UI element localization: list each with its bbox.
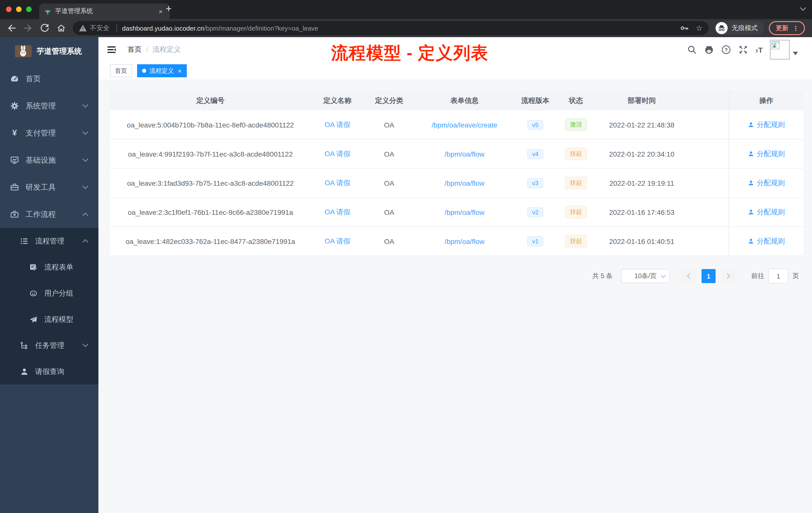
back-icon[interactable] xyxy=(6,23,17,33)
sidebar-item-infra[interactable]: 基础设施 xyxy=(0,147,98,174)
form-link[interactable]: /bpm/oa/flow xyxy=(445,208,485,216)
avatar-caret-icon[interactable] xyxy=(793,52,798,55)
definition-category: OA xyxy=(364,198,414,227)
list-icon xyxy=(20,237,29,245)
current-page-button[interactable]: 1 xyxy=(701,269,716,283)
sidebar-item-leave-query[interactable]: 请假查询 xyxy=(0,358,98,385)
sidebar-item-label: 首页 xyxy=(26,74,41,84)
window-close-button[interactable] xyxy=(6,6,11,12)
assign-rule-label: 分配规则 xyxy=(757,237,785,246)
sidebar-item-dev-tools[interactable]: 研发工具 xyxy=(0,174,98,201)
browser-menu-icon[interactable]: ⋮ xyxy=(792,24,799,32)
breadcrumb-home[interactable]: 首页 xyxy=(127,45,142,54)
goto-page-input[interactable] xyxy=(768,269,788,283)
assign-rule-button[interactable]: 分配规则 xyxy=(748,120,785,129)
forward-icon[interactable] xyxy=(23,23,33,33)
tag-process-definition[interactable]: 流程定义 × xyxy=(137,64,186,77)
page-size-select[interactable]: 10条/页 xyxy=(621,269,670,283)
sidebar-item-user-group[interactable]: 用户分组 xyxy=(0,280,98,306)
status-badge: 激活 xyxy=(565,118,587,131)
definition-category: OA xyxy=(364,227,414,255)
total-count: 共 5 条 xyxy=(592,272,613,280)
app-window: 芋道管理系统 首页 系统管理 ¥ 支付管理 xyxy=(0,37,812,513)
assign-rule-button[interactable]: 分配规则 xyxy=(748,149,785,158)
reload-icon[interactable] xyxy=(40,23,50,33)
definition-category: OA xyxy=(364,169,414,197)
sidebar-collapse-icon[interactable] xyxy=(107,45,116,55)
table-row: oa_leave:1:482ec033-762a-11ec-8477-a2380… xyxy=(110,227,804,256)
sidebar-item-task-mgmt[interactable]: 任务管理 xyxy=(0,332,98,358)
column-header: 表单信息 xyxy=(414,91,515,111)
assign-rule-button[interactable]: 分配规则 xyxy=(748,237,785,246)
deploy-time: 2022-01-22 19:19:11 xyxy=(596,169,688,197)
assign-rule-button[interactable]: 分配规则 xyxy=(748,178,785,187)
next-page-button[interactable] xyxy=(722,269,736,283)
tab-search-caret-icon[interactable] xyxy=(800,7,806,11)
incognito-badge: 无痕模式 xyxy=(715,21,764,35)
url-bar[interactable]: 不安全 dashboard.yudao.iocoder.cn/bpm/manag… xyxy=(73,21,708,35)
status-badge: 挂起 xyxy=(565,235,587,247)
form-link[interactable]: /bpm/oa/leave/create xyxy=(432,121,497,129)
sidebar-item-home[interactable]: 首页 xyxy=(0,65,98,92)
font-size-icon[interactable]: тT xyxy=(755,46,763,54)
assign-rule-label: 分配规则 xyxy=(757,178,785,187)
version-badge: v5 xyxy=(527,120,543,130)
window-minimize-button[interactable] xyxy=(16,6,22,12)
definition-name-link[interactable]: OA 请假 xyxy=(325,237,350,246)
bookmark-star-icon[interactable]: ☆ xyxy=(696,24,702,33)
column-header: 定义编号 xyxy=(110,91,311,111)
page-size-value: 10条/页 xyxy=(635,272,657,280)
tag-label: 流程定义 xyxy=(150,66,174,75)
browser-tab[interactable]: 芋道管理系统 × xyxy=(39,3,170,19)
main-area: 首页 / 流程定义 流程模型 - 定义列表 ? xyxy=(98,37,812,513)
navbar: 首页 / 流程定义 流程模型 - 定义列表 ? xyxy=(98,37,812,63)
fullscreen-icon[interactable] xyxy=(738,45,749,55)
help-icon[interactable]: ? xyxy=(721,45,731,55)
sidebar-item-process-mgmt[interactable]: 流程管理 xyxy=(0,228,98,254)
tree-icon xyxy=(20,341,29,350)
github-icon[interactable] xyxy=(704,45,714,55)
incognito-icon xyxy=(716,22,728,34)
form-link[interactable]: /bpm/oa/flow xyxy=(445,237,485,245)
form-link[interactable]: /bpm/oa/flow xyxy=(445,150,485,158)
column-header: 部署时间 xyxy=(596,91,688,111)
form-link[interactable]: /bpm/oa/flow xyxy=(445,179,485,187)
sidebar-item-process-model[interactable]: 流程模型 xyxy=(0,306,98,332)
deploy-time: 2022-01-16 01:40:51 xyxy=(596,227,688,255)
sidebar-item-label: 工作流程 xyxy=(26,210,56,219)
assign-rule-button[interactable]: 分配规则 xyxy=(748,208,785,217)
browser-address-bar: 不安全 dashboard.yudao.iocoder.cn/bpm/manag… xyxy=(0,19,812,37)
status-badge: 挂起 xyxy=(565,177,587,189)
definition-name-link[interactable]: OA 请假 xyxy=(325,178,350,187)
security-label[interactable]: 不安全 xyxy=(90,24,110,33)
definition-id: oa_leave:5:004b710b-7b8a-11ec-8ef0-acde4… xyxy=(110,111,311,139)
url-host: dashboard.yudao.iocoder.cn xyxy=(122,24,204,32)
search-icon[interactable] xyxy=(687,45,697,55)
tab-close-icon[interactable]: × xyxy=(157,7,165,15)
definition-name-link[interactable]: OA 请假 xyxy=(325,120,350,129)
table-header-row: 定义编号 定义名称 定义分类 表单信息 流程版本 状态 部署时间 操作 xyxy=(110,91,804,111)
sidebar-item-process-form[interactable]: 流程表单 xyxy=(0,254,98,280)
tag-close-icon[interactable]: × xyxy=(178,67,181,74)
prev-page-button[interactable] xyxy=(682,269,696,283)
new-tab-button[interactable]: + xyxy=(166,3,172,14)
sidebar-logo[interactable]: 芋道管理系统 xyxy=(0,37,98,65)
avatar[interactable] xyxy=(770,40,790,60)
sidebar-item-system[interactable]: 系统管理 xyxy=(0,92,98,119)
sidebar-item-workflow[interactable]: 工作流程 xyxy=(0,201,98,228)
sidebar-item-payment[interactable]: ¥ 支付管理 xyxy=(0,119,98,147)
chrome-update-button[interactable]: 更新 ⋮ xyxy=(769,21,805,35)
chevron-up-icon xyxy=(82,212,88,216)
tag-home[interactable]: 首页 xyxy=(110,64,132,77)
home-icon[interactable] xyxy=(56,23,66,33)
tags-view-bar: 首页 流程定义 × xyxy=(98,62,812,80)
password-key-icon[interactable] xyxy=(680,24,689,33)
column-filler xyxy=(688,91,729,111)
definition-name-link[interactable]: OA 请假 xyxy=(325,208,350,217)
toolbox-icon xyxy=(10,183,19,192)
column-header: 定义分类 xyxy=(364,91,414,111)
definition-name-link[interactable]: OA 请假 xyxy=(325,149,350,158)
window-zoom-button[interactable] xyxy=(26,6,32,12)
definition-category: OA xyxy=(364,140,414,168)
workflow-submenu: 流程管理 流程表单 用户分组 xyxy=(0,228,98,385)
